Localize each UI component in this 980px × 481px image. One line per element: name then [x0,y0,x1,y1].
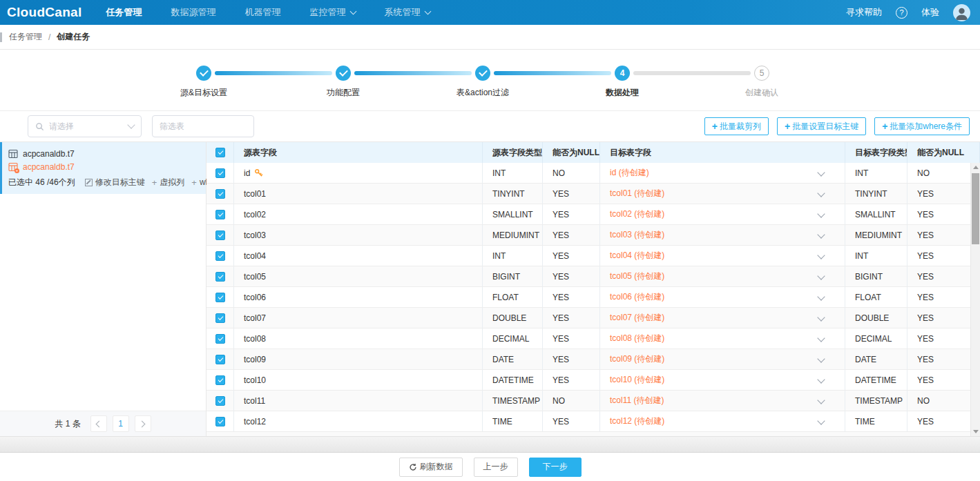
question-circle-icon[interactable]: ? [896,7,907,19]
checkbox-cell [206,246,234,266]
target-field-select[interactable]: tcol10 (待创建) [600,370,845,390]
scroll-up-arrow[interactable] [973,166,979,169]
nav-item[interactable]: 任务管理 [92,0,157,25]
left-panel-action-link[interactable]: 虚拟列 [152,177,185,188]
refresh-icon [409,463,417,471]
previous-step-button[interactable]: 上一步 [474,458,518,477]
source-type-cell: INT [483,163,543,183]
scroll-down-arrow[interactable] [973,430,979,433]
source-field-cell: tcol09 [234,349,483,369]
target-field-select[interactable]: tcol04 (待创建) [600,246,845,266]
select-all-checkbox[interactable] [215,148,225,157]
left-panel-action-link[interactable]: 修改目标主键 [85,177,145,188]
page-number-button[interactable]: 1 [113,415,129,432]
target-field-select[interactable]: tcol11 (待创建) [600,391,845,411]
selected-table-item[interactable]: acpcanaldb.t7 + acpcanaldb.t7 已选中 46 /46… [0,142,206,194]
row-checkbox[interactable] [215,334,225,344]
chevron-down-icon [817,417,825,424]
step-circle [336,66,351,81]
row-checkbox[interactable] [215,375,225,385]
seek-help-link[interactable]: 寻求帮助 [846,6,882,19]
source-table-row[interactable]: acpcanaldb.t7 [8,147,200,160]
bulk-action-button[interactable]: + 批量裁剪列 [704,117,769,135]
nav-item[interactable]: 监控管理 [296,0,370,25]
target-nullable-cell: YES [907,308,980,328]
target-type-cell: INT [845,246,907,266]
step-circle: 4 [615,66,630,81]
target-field-select[interactable]: tcol06 (待创建) [600,287,845,307]
step-connector [354,71,472,75]
nav-item-label: 监控管理 [310,6,346,19]
table-filter-select[interactable]: 请选择 [28,115,142,137]
filter-bar: 请选择 + 批量裁剪列 + 批量设置目标主键 + 批量添加where条件 [0,111,980,141]
target-nullable-cell: YES [907,411,980,431]
target-field-select[interactable]: id (待创建) [600,163,845,183]
total-count-label: 共 1 条 [55,418,80,430]
target-field-select[interactable]: tcol07 (待创建) [600,308,845,328]
next-step-button[interactable]: 下一步 [529,458,582,477]
vertical-scrollbar[interactable] [970,163,980,436]
row-checkbox[interactable] [215,168,225,178]
row-checkbox[interactable] [215,417,225,426]
step-connector [633,71,751,75]
selected-columns-text: 已选中 46 /46个列 [8,177,75,188]
target-field-select[interactable]: tcol02 (待创建) [600,204,845,224]
footer-actions: 刷新数据 上一步 下一步 [0,453,980,481]
bulk-action-button[interactable]: + 批量添加where条件 [874,117,970,135]
bulk-action-button[interactable]: + 批量设置目标主键 [777,117,866,135]
table-row: tcol10 DATETIME YES tcol10 (待创建) DATETIM… [206,370,980,391]
nav-item[interactable]: 机器管理 [231,0,296,25]
chevron-down-icon [817,355,825,362]
target-field-select[interactable]: tcol03 (待创建) [600,225,845,245]
step-circle: 5 [754,66,769,81]
source-field-cell: tcol05 [234,266,483,286]
user-avatar[interactable] [953,4,970,21]
source-type-cell: DOUBLE [483,308,543,328]
nav-item[interactable]: 系统管理 [370,0,445,25]
source-type-cell: DATETIME [483,370,543,390]
target-table-row[interactable]: + acpcanaldb.t7 [8,160,200,173]
filter-table-input[interactable] [152,115,254,137]
step-label: 表&action过滤 [434,87,531,99]
scrollbar-thumb[interactable] [972,173,979,244]
target-field-select[interactable]: tcol12 (待创建) [600,411,845,431]
row-checkbox[interactable] [215,272,225,282]
nav-item[interactable]: 数据源管理 [157,0,231,25]
target-nullable-cell: YES [907,370,980,390]
row-checkbox[interactable] [215,396,225,406]
cloudcanal-logo[interactable]: CloudCanal [0,5,92,20]
prev-page-button[interactable] [90,415,107,432]
column-header-source-field: 源表字段 [234,142,483,163]
next-page-button[interactable] [135,415,151,432]
source-field-cell: tcol03 [234,225,483,245]
source-field-cell: tcol11 [234,391,483,411]
table-row: tcol06 FLOAT YES tcol06 (待创建) FLOAT YES [206,287,980,308]
row-checkbox[interactable] [215,230,225,240]
source-nullable-cell: YES [543,411,600,431]
column-header-source-nullable: 能否为NULL [543,142,600,163]
row-checkbox[interactable] [215,251,225,261]
row-checkbox[interactable] [215,313,225,323]
action-link-icon [152,178,157,188]
selection-summary-row: 已选中 46 /46个列 修改目标主键 虚拟列 where条件 [8,177,200,188]
refresh-data-button[interactable]: 刷新数据 [399,458,463,477]
target-field-select[interactable]: tcol01 (待创建) [600,184,845,204]
trial-link[interactable]: 体验 [921,6,939,19]
target-field-select[interactable]: tcol08 (待创建) [600,328,845,349]
row-checkbox[interactable] [215,293,225,302]
table-row: tcol07 DOUBLE YES tcol07 (待创建) DOUBLE YE… [206,308,980,328]
chevron-down-icon [817,210,825,217]
chevron-down-icon [127,121,135,128]
row-checkbox[interactable] [215,355,225,364]
source-type-cell: DATE [483,349,543,369]
row-checkbox[interactable] [215,189,225,199]
breadcrumb-parent[interactable]: 任务管理 [9,31,42,43]
target-field-select[interactable]: tcol09 (待创建) [600,349,845,369]
source-type-cell: TIMESTAMP [483,391,543,411]
target-field-select[interactable]: tcol05 (待创建) [600,266,845,286]
bottom-divider-band [0,436,980,453]
source-nullable-cell: YES [543,328,600,349]
table-row: tcol11 TIMESTAMP NO tcol11 (待创建) TIMESTA… [206,391,980,411]
row-checkbox[interactable] [215,210,225,219]
chevron-down-icon [817,334,825,342]
